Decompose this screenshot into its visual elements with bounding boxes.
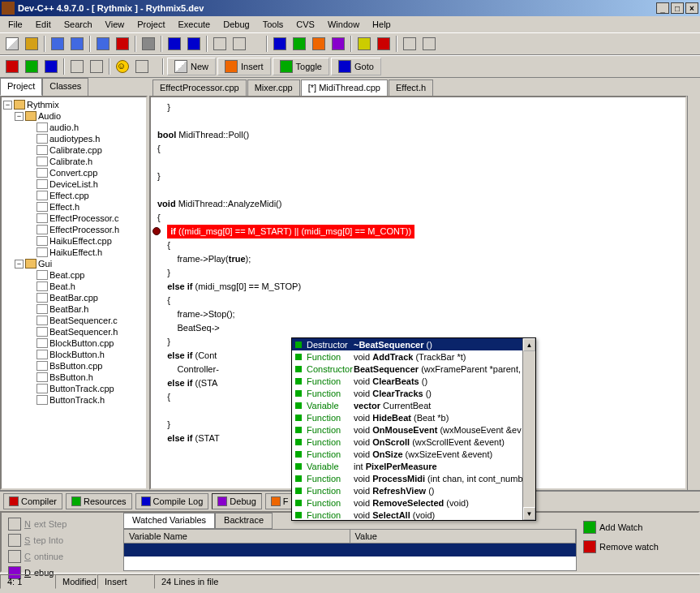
find-button[interactable] bbox=[211, 35, 229, 53]
rebuild-button[interactable] bbox=[329, 35, 347, 53]
autocomplete-item[interactable]: Functionvoid OnSize (wxSizeEvent &event) bbox=[292, 448, 535, 460]
autocomplete-item[interactable]: Functionvoid OnScroll (wxScrollEvent &ev… bbox=[292, 436, 535, 448]
editor-tab[interactable]: EffectProcessor.cpp bbox=[152, 79, 247, 96]
minimize-button[interactable]: _ bbox=[656, 2, 669, 14]
tb2-btn4[interactable] bbox=[68, 58, 86, 75]
autocomplete-item[interactable]: Variableint PixelPerMeasure bbox=[292, 460, 535, 472]
compile-run-button[interactable] bbox=[310, 35, 328, 53]
new-bookmark-button[interactable]: New bbox=[167, 58, 216, 75]
autocomplete-item[interactable]: ConstructorBeatSequencer (wxFrameParent … bbox=[292, 363, 535, 375]
tree-file[interactable]: BlockButton.h bbox=[3, 349, 144, 360]
toggle-bookmark-button[interactable]: Toggle bbox=[273, 58, 329, 75]
autocomplete-item[interactable]: Functionvoid OnMouseEvent (wxMouseEvent … bbox=[292, 423, 535, 436]
replace-button[interactable] bbox=[230, 35, 248, 53]
tree-file[interactable]: Convert.cpp bbox=[3, 167, 144, 178]
bottom-tab-debug[interactable]: Debug bbox=[212, 493, 261, 509]
tree-file[interactable]: BeatBar.cpp bbox=[3, 292, 144, 303]
save-button[interactable] bbox=[49, 35, 67, 53]
watch-tab-variables[interactable]: Watched Variables bbox=[123, 513, 215, 529]
editor-tab[interactable]: Effect.h bbox=[389, 79, 433, 96]
debug-button[interactable] bbox=[355, 35, 373, 53]
tree-file[interactable]: BsButton.h bbox=[3, 372, 144, 383]
menu-execute[interactable]: Execute bbox=[173, 18, 215, 31]
menu-edit[interactable]: Edit bbox=[31, 18, 56, 31]
tree-file[interactable]: BlockButton.cpp bbox=[3, 337, 144, 349]
autocomplete-item[interactable]: Functionvoid ClearBeats () bbox=[292, 375, 535, 387]
save-as-button[interactable] bbox=[94, 35, 112, 53]
tree-file[interactable]: audiotypes.h bbox=[3, 133, 144, 144]
menu-tools[interactable]: Tools bbox=[258, 18, 289, 31]
maximize-button[interactable]: □ bbox=[671, 2, 684, 14]
tree-file[interactable]: Beat.cpp bbox=[3, 269, 144, 281]
redo-button[interactable] bbox=[185, 35, 203, 53]
watch-tab-backtrace[interactable]: Backtrace bbox=[215, 513, 273, 529]
menu-cvs[interactable]: CVS bbox=[291, 18, 320, 31]
tree-file[interactable]: EffectProcessor.h bbox=[3, 224, 144, 235]
bottom-tab-compile-log[interactable]: Compile Log bbox=[135, 493, 209, 509]
add-watch-button[interactable]: Add Watch bbox=[580, 519, 646, 535]
print-button[interactable] bbox=[140, 35, 157, 53]
autocomplete-item[interactable]: Functionvoid AddTrack (TrackBar *t) bbox=[292, 350, 535, 363]
editor-tab[interactable]: [*] MidiThread.cpp bbox=[301, 79, 388, 96]
tree-folder[interactable]: −Rythmix bbox=[3, 99, 144, 110]
tool-extra-button[interactable] bbox=[420, 35, 438, 53]
tab-classes[interactable]: Classes bbox=[42, 78, 88, 96]
compile-button[interactable] bbox=[271, 35, 289, 53]
autocomplete-popup[interactable]: Destructor~BeatSequencer ()Functionvoid … bbox=[291, 337, 536, 521]
tree-file[interactable]: BeatBar.h bbox=[3, 303, 144, 315]
tree-file[interactable]: BeatSequencer.c bbox=[3, 315, 144, 326]
breakpoint-icon[interactable] bbox=[152, 227, 161, 235]
profile-button[interactable] bbox=[401, 35, 419, 53]
watch-table[interactable]: Variable Name Value bbox=[123, 529, 577, 571]
tb2-btn5[interactable] bbox=[88, 58, 105, 75]
autocomplete-item[interactable]: Functionvoid RemoveSelected (void) bbox=[292, 496, 535, 509]
scroll-down-button[interactable]: ▼ bbox=[523, 507, 535, 520]
help-icon-button[interactable]: ☺ bbox=[114, 58, 131, 75]
tree-file[interactable]: Calibrate.cpp bbox=[3, 144, 144, 156]
insert-bookmark-button[interactable]: Insert bbox=[217, 58, 271, 75]
about-button[interactable] bbox=[133, 58, 151, 75]
autocomplete-item[interactable]: Functionvoid SelectAll (void) bbox=[292, 509, 535, 521]
watch-col-value[interactable]: Value bbox=[350, 530, 577, 543]
goto-bookmark-button[interactable]: Goto bbox=[331, 58, 381, 75]
watch-row-selected[interactable] bbox=[124, 544, 576, 556]
menu-help[interactable]: Help bbox=[367, 18, 396, 31]
remove-watch-button[interactable]: Remove watch bbox=[580, 539, 662, 555]
menu-debug[interactable]: Debug bbox=[218, 18, 254, 31]
autocomplete-scrollbar[interactable]: ▲ ▼ bbox=[522, 338, 535, 520]
tree-file[interactable]: HaikuEffect.h bbox=[3, 247, 144, 258]
editor-scrollbar[interactable] bbox=[687, 96, 700, 490]
menu-window[interactable]: Window bbox=[323, 18, 364, 31]
tree-file[interactable]: Beat.h bbox=[3, 281, 144, 292]
autocomplete-item[interactable]: Functionvoid ClearTracks () bbox=[292, 387, 535, 399]
tree-file[interactable]: BsButton.cpp bbox=[3, 360, 144, 372]
bottom-tab-resources[interactable]: Resources bbox=[66, 493, 132, 509]
scroll-up-button[interactable]: ▲ bbox=[523, 338, 535, 351]
autocomplete-item[interactable]: Functionvoid RefreshView () bbox=[292, 484, 535, 496]
tb2-btn1[interactable] bbox=[3, 58, 21, 75]
tree-folder[interactable]: −Gui bbox=[3, 258, 144, 269]
menu-search[interactable]: Search bbox=[59, 18, 97, 31]
autocomplete-item[interactable]: Functionvoid ProcessMidi (int chan, int … bbox=[292, 472, 535, 484]
project-tree[interactable]: −Rythmix−Audioaudio.haudiotypes.hCalibra… bbox=[0, 96, 148, 490]
tree-file[interactable]: ButtonTrack.cpp bbox=[3, 383, 144, 394]
close-button[interactable]: × bbox=[685, 2, 698, 14]
autocomplete-item[interactable]: Destructor~BeatSequencer () bbox=[292, 338, 535, 350]
menu-file[interactable]: File bbox=[3, 18, 28, 31]
tree-file[interactable]: BeatSequencer.h bbox=[3, 326, 144, 337]
run-button[interactable] bbox=[290, 35, 308, 53]
new-file-button[interactable] bbox=[3, 35, 21, 53]
bottom-tab-f[interactable]: F bbox=[265, 493, 294, 509]
editor-tab[interactable]: Mixer.cpp bbox=[247, 79, 300, 96]
menu-view[interactable]: View bbox=[101, 18, 130, 31]
tb2-btn3[interactable] bbox=[42, 58, 60, 75]
tree-file[interactable]: Effect.h bbox=[3, 201, 144, 213]
tree-file[interactable]: Calibrate.h bbox=[3, 156, 144, 167]
tree-file[interactable]: HaikuEffect.cpp bbox=[3, 235, 144, 247]
autocomplete-item[interactable]: Functionvoid HideBeat (Beat *b) bbox=[292, 411, 535, 423]
open-button[interactable] bbox=[23, 35, 41, 53]
watch-col-name[interactable]: Variable Name bbox=[124, 530, 350, 543]
tree-folder[interactable]: −Audio bbox=[3, 110, 144, 122]
menu-project[interactable]: Project bbox=[132, 18, 170, 31]
tb2-btn2[interactable] bbox=[23, 58, 41, 75]
